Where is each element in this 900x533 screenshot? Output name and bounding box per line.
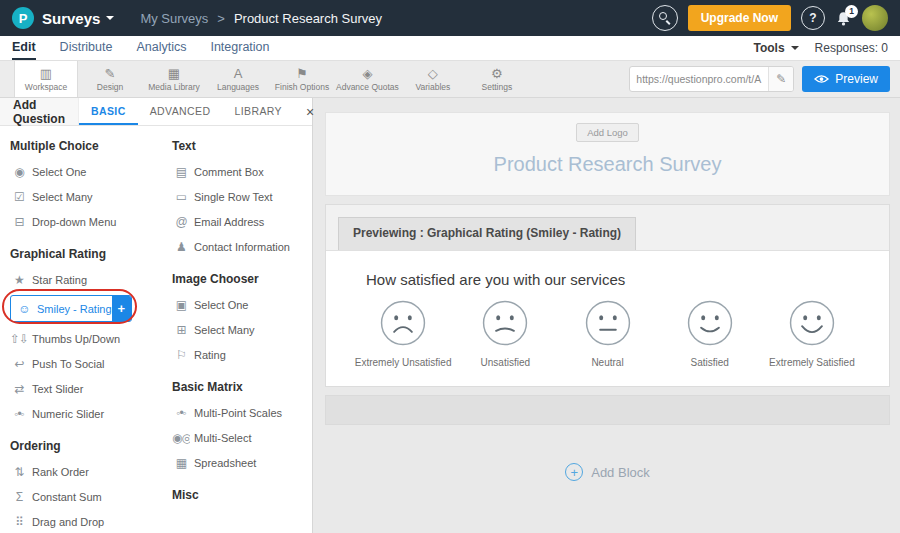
question-type-multi-point-scales[interactable]: ◦•◦Multi-Point Scales (172, 400, 312, 425)
question-type-star-rating[interactable]: ★Star Rating (10, 267, 160, 292)
toolbar-item-languages[interactable]: ALanguages (206, 61, 270, 97)
toolbar-item-label: Workspace (25, 82, 67, 92)
survey-title[interactable]: Product Research Survey (326, 153, 889, 176)
search-button[interactable] (652, 5, 678, 31)
upgrade-button[interactable]: Upgrade Now (688, 5, 791, 31)
question-type-thumbs-up-down[interactable]: ⇧⇩Thumbs Up/Down (10, 326, 160, 351)
previewing-tab[interactable]: Previewing : Graphical Rating (Smiley - … (338, 217, 636, 250)
question-type-rating[interactable]: ⚐Rating (172, 342, 312, 367)
notification-badge: 1 (845, 5, 858, 18)
toolbar-item-design[interactable]: ✎Design (78, 61, 142, 97)
section-heading-image-chooser: Image Chooser (172, 272, 312, 286)
empty-block-placeholder (325, 395, 890, 425)
question-type-comment-box[interactable]: ▤Comment Box (172, 159, 312, 184)
question-type-email-address[interactable]: @Email Address (172, 209, 312, 234)
surveys-menu[interactable]: Surveys (42, 10, 114, 27)
avatar[interactable] (862, 5, 888, 31)
question-type-drag-and-drop[interactable]: ⠿Drag and Drop (10, 509, 160, 533)
question-type-text-slider[interactable]: ⇄Text Slider (10, 376, 160, 401)
smiley-option-unsatisfied[interactable]: Unsatisfied (454, 300, 556, 368)
brand-label: Surveys (42, 10, 100, 27)
add-block-label: Add Block (591, 465, 650, 480)
toolbar-item-workspace[interactable]: ▥Workspace (14, 61, 78, 97)
toolbar-item-settings[interactable]: ⚙Settings (465, 61, 529, 97)
question-type-label: Text Slider (32, 383, 83, 395)
tab-library[interactable]: LIBRARY (222, 98, 294, 125)
question-type-label: Contact Information (194, 241, 290, 253)
smiley-option-neutral[interactable]: Neutral (556, 300, 658, 368)
tab-distribute[interactable]: Distribute (60, 36, 113, 60)
eye-icon (814, 74, 829, 84)
toolbar-item-finish-options[interactable]: ⚑Finish Options (270, 61, 334, 97)
toolbar-item-variables[interactable]: ◇Variables (401, 61, 465, 97)
topbar-actions: Upgrade Now ? 1 (652, 5, 888, 31)
sidebar-column-1: Multiple Choice◉Select One☑Select Many⊟D… (10, 126, 160, 533)
spreadsheet-icon: ▦ (172, 456, 190, 470)
questionpro-logo[interactable]: P (12, 7, 34, 29)
breadcrumb-my-surveys[interactable]: My Surveys (140, 11, 208, 26)
smiley-option-label: Satisfied (691, 357, 729, 368)
smiley-option-extremely-satisfied[interactable]: Extremely Satisfied (761, 300, 863, 368)
question-type-multi-select[interactable]: ◉◎Multi-Select (172, 425, 312, 450)
smiley-option-label: Extremely Satisfied (769, 357, 855, 368)
tab-basic[interactable]: BASIC (79, 98, 138, 125)
languages-icon: A (234, 67, 243, 80)
question-mark-icon: ? (809, 11, 816, 25)
question-type-label: Select Many (32, 191, 93, 203)
variables-icon: ◇ (428, 67, 438, 80)
share-icon: ↩ (10, 357, 28, 371)
toolbar-items: ▥Workspace✎Design▦Media LibraryALanguage… (14, 61, 529, 97)
question-type-select-one[interactable]: ▣Select One (172, 292, 312, 317)
tab-advanced[interactable]: ADVANCED (138, 98, 223, 125)
question-type-label: Multi-Select (194, 432, 251, 444)
section-heading-ordering: Ordering (10, 439, 160, 453)
toolbar-right: ✎ Preview (629, 61, 900, 97)
rank-order-icon: ⇅ (10, 465, 28, 479)
question-type-drop-down-menu[interactable]: ⊟Drop-down Menu (10, 209, 160, 234)
edit-url-button[interactable]: ✎ (768, 67, 793, 91)
help-button[interactable]: ? (801, 6, 825, 30)
survey-nav: EditDistributeAnalyticsIntegration Tools… (0, 36, 900, 61)
question-type-select-one[interactable]: ◉Select One (10, 159, 160, 184)
question-type-push-to-social[interactable]: ↩Push To Social (10, 351, 160, 376)
question-preview-card: Previewing : Graphical Rating (Smiley - … (325, 204, 890, 387)
selected-question-type-holder: ☺Smiley - Rating+ (10, 295, 132, 322)
question-type-label: Star Rating (32, 274, 87, 286)
toolbar-item-media-library[interactable]: ▦Media Library (142, 61, 206, 97)
question-type-label: Comment Box (194, 166, 264, 178)
tools-menu[interactable]: Tools (754, 41, 799, 55)
question-type-label: Single Row Text (194, 191, 273, 203)
question-type-contact-information[interactable]: ♟Contact Information (172, 234, 312, 259)
survey-url-input[interactable] (630, 67, 768, 91)
question-text[interactable]: How satisfied are you with our services (326, 251, 889, 290)
question-type-select-many[interactable]: ⊞Select Many (172, 317, 312, 342)
question-type-smiley-rating[interactable]: ☺Smiley - Rating+ (10, 295, 132, 322)
smiley-option-satisfied[interactable]: Satisfied (659, 300, 761, 368)
advance-quotas-icon: ◈ (362, 67, 372, 80)
question-type-select-many[interactable]: ☑Select Many (10, 184, 160, 209)
survey-url-box: ✎ (629, 66, 794, 92)
numeric-slider-icon: ◦•◦ (10, 407, 28, 421)
add-question-type-button[interactable]: + (112, 296, 131, 321)
notifications-button[interactable]: 1 (835, 10, 852, 27)
tab-integration[interactable]: Integration (210, 36, 269, 60)
question-type-numeric-slider[interactable]: ◦•◦Numeric Slider (10, 401, 160, 426)
toolbar-item-advance-quotas[interactable]: ◈Advance Quotas (334, 61, 401, 97)
question-type-single-row-text[interactable]: ▭Single Row Text (172, 184, 312, 209)
text-slider-icon: ⇄ (10, 382, 28, 396)
tab-edit[interactable]: Edit (12, 36, 36, 60)
breadcrumb-current-survey: Product Research Survey (234, 11, 382, 26)
tools-label: Tools (754, 41, 785, 55)
questionpro-app: P Surveys My Surveys > Product Research … (0, 0, 900, 533)
smiley-option-extremely-unsatisfied[interactable]: Extremely Unsatisfied (352, 300, 454, 368)
tab-analytics[interactable]: Analytics (136, 36, 186, 60)
question-type-spreadsheet[interactable]: ▦Spreadsheet (172, 450, 312, 475)
smiley-option-label: Extremely Unsatisfied (355, 357, 452, 368)
question-type-label: Rank Order (32, 466, 89, 478)
add-logo-button[interactable]: Add Logo (576, 123, 639, 142)
preview-button[interactable]: Preview (802, 66, 890, 92)
question-type-constant-sum[interactable]: ΣConstant Sum (10, 484, 160, 509)
question-type-rank-order[interactable]: ⇅Rank Order (10, 459, 160, 484)
smiley-icon: ☺ (15, 302, 33, 316)
add-block-button[interactable]: + Add Block (325, 463, 890, 481)
